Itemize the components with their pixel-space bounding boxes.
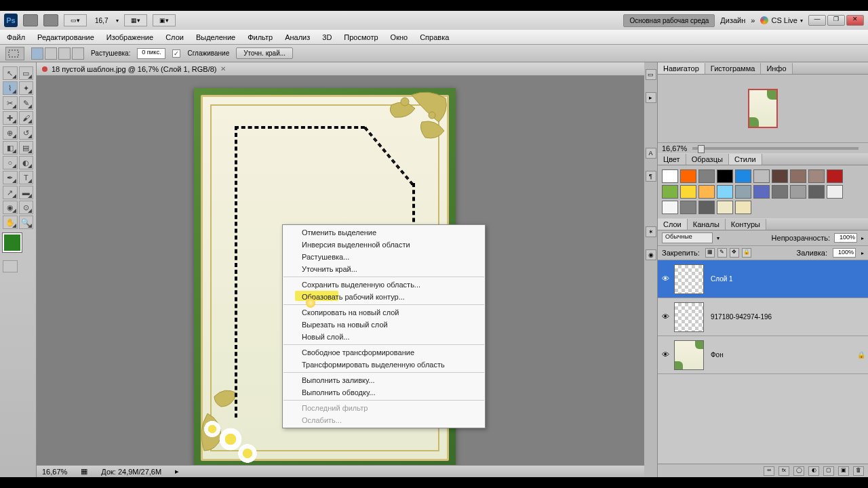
- eyedropper-tool[interactable]: ✎: [19, 96, 34, 110]
- antialias-checkbox[interactable]: ✓: [172, 49, 180, 58]
- style-swatch[interactable]: [662, 169, 678, 183]
- clone-panel-icon[interactable]: ◉: [646, 249, 656, 260]
- path-tool[interactable]: ↗: [3, 186, 18, 199]
- tab-swatches[interactable]: Образцы: [686, 154, 729, 165]
- brush-tool[interactable]: 🖌: [19, 111, 34, 125]
- style-swatch[interactable]: [717, 201, 733, 214]
- 3d-tool[interactable]: ◉: [3, 201, 18, 214]
- blur-tool[interactable]: ○: [3, 156, 18, 169]
- marquee-tool[interactable]: ▭: [19, 66, 34, 80]
- lasso-tool[interactable]: ⌇: [3, 81, 18, 95]
- hand-tool[interactable]: ✋: [3, 216, 18, 229]
- context-menu-item[interactable]: Скопировать на новый слой: [283, 306, 485, 319]
- style-swatch[interactable]: [662, 201, 678, 214]
- style-swatch[interactable]: [753, 185, 770, 199]
- tab-color[interactable]: Цвет: [658, 154, 686, 165]
- style-swatch[interactable]: [753, 169, 770, 183]
- context-menu-item[interactable]: Свободное трансформирование: [283, 346, 485, 359]
- history-panel-icon[interactable]: ▭: [646, 69, 656, 80]
- menu-image[interactable]: Изображение: [106, 33, 153, 41]
- context-menu-item[interactable]: Вырезать на новый слой: [283, 319, 485, 331]
- style-swatch[interactable]: [735, 201, 751, 214]
- navigator-panel[interactable]: [658, 75, 868, 142]
- zoom-display[interactable]: 16,7: [92, 17, 111, 24]
- sel-add-icon[interactable]: [45, 47, 57, 60]
- style-swatch[interactable]: [680, 185, 696, 199]
- tab-histogram[interactable]: Гистограмма: [705, 63, 762, 74]
- pen-tool[interactable]: ✒: [3, 171, 18, 184]
- layer-group-icon[interactable]: ▢: [823, 466, 834, 476]
- mini-bridge-icon[interactable]: [43, 14, 58, 26]
- tab-styles[interactable]: Стили: [729, 154, 762, 165]
- link-layers-icon[interactable]: ∞: [764, 466, 774, 476]
- menu-edit[interactable]: Редактирование: [37, 33, 94, 41]
- document-tab[interactable]: 18 пустой шаблон.jpg @ 16,7% (Слой 1, RG…: [37, 62, 644, 76]
- delete-layer-icon[interactable]: 🗑: [853, 466, 864, 476]
- heal-tool[interactable]: ✚: [3, 111, 18, 125]
- layer-fx-icon[interactable]: fx: [778, 466, 789, 476]
- context-menu-item[interactable]: Новый слой...: [283, 331, 485, 343]
- menu-view[interactable]: Просмотр: [344, 33, 378, 41]
- wand-tool[interactable]: ✦: [19, 81, 34, 95]
- refine-edge-button[interactable]: Уточн. край...: [236, 47, 293, 59]
- visibility-icon[interactable]: 👁: [660, 312, 670, 322]
- camera-tool[interactable]: ⊙: [19, 201, 34, 214]
- menu-3d[interactable]: 3D: [322, 33, 332, 41]
- context-menu-item[interactable]: Растушевка...: [283, 251, 485, 263]
- style-swatch[interactable]: [808, 185, 825, 199]
- layer-row[interactable]: 👁 Фон 🔒: [658, 336, 868, 374]
- visibility-icon[interactable]: 👁: [660, 350, 670, 360]
- style-swatch[interactable]: [772, 169, 788, 183]
- navigator-zoom[interactable]: 16,67%: [662, 144, 687, 152]
- context-menu-item[interactable]: Отменить выделение: [283, 226, 485, 239]
- lock-move-icon[interactable]: ✥: [730, 248, 739, 258]
- close-tab-icon[interactable]: ✕: [220, 65, 226, 73]
- style-swatch[interactable]: [698, 201, 715, 214]
- minimize-button[interactable]: —: [808, 15, 826, 26]
- close-button[interactable]: ✕: [846, 15, 864, 26]
- gradient-tool[interactable]: ▤: [19, 141, 34, 155]
- menu-analysis[interactable]: Анализ: [285, 33, 310, 41]
- style-swatch[interactable]: [790, 169, 806, 183]
- context-menu-item[interactable]: Выполнить обводку...: [283, 386, 485, 399]
- style-swatch[interactable]: [827, 185, 843, 199]
- layer-thumbnail[interactable]: [674, 302, 704, 332]
- layer-name[interactable]: Фон: [708, 351, 853, 359]
- style-swatch[interactable]: [717, 169, 733, 183]
- menu-filter[interactable]: Фильтр: [248, 33, 273, 41]
- style-swatch[interactable]: [735, 169, 751, 183]
- history-brush-tool[interactable]: ↺: [19, 126, 34, 140]
- tab-info[interactable]: Инфо: [761, 63, 792, 74]
- new-layer-icon[interactable]: ▣: [838, 466, 849, 476]
- feather-input[interactable]: 0 пикс.: [137, 48, 165, 59]
- style-swatch[interactable]: [662, 185, 678, 199]
- style-swatch[interactable]: [698, 185, 715, 199]
- lock-paint-icon[interactable]: ✎: [717, 248, 727, 258]
- layer-row[interactable]: 👁 917180-942974-196: [658, 298, 868, 336]
- shape-tool[interactable]: ▬: [19, 186, 34, 199]
- sel-intersect-icon[interactable]: [72, 47, 84, 60]
- context-menu-item[interactable]: Инверсия выделенной области: [283, 239, 485, 251]
- navigator-slider[interactable]: [692, 147, 859, 150]
- layer-row[interactable]: 👁 Слой 1: [658, 260, 868, 298]
- adjustment-layer-icon[interactable]: ◐: [808, 466, 819, 476]
- quickmask-button[interactable]: [3, 260, 18, 272]
- status-doc-size[interactable]: Док: 24,9М/27,6М: [101, 468, 161, 476]
- layer-mask-icon[interactable]: ◯: [793, 466, 804, 476]
- layer-name[interactable]: Слой 1: [708, 275, 865, 283]
- context-menu-item[interactable]: Выполнить заливку...: [283, 374, 485, 386]
- fill-input[interactable]: 100%: [833, 248, 856, 258]
- layer-name[interactable]: 917180-942974-196: [708, 313, 865, 321]
- context-menu-item[interactable]: Уточнить край...: [283, 263, 485, 275]
- style-swatch[interactable]: [680, 169, 696, 183]
- design-workspace-link[interactable]: Дизайн: [720, 16, 745, 24]
- status-zoom[interactable]: 16,67%: [42, 468, 67, 476]
- style-swatch[interactable]: [717, 185, 733, 199]
- blend-mode-select[interactable]: Обычные: [662, 232, 713, 243]
- para-panel-icon[interactable]: ¶: [646, 171, 656, 182]
- screen-mode-dropdown[interactable]: ▣▾: [153, 14, 176, 26]
- tab-paths[interactable]: Контуры: [726, 219, 766, 230]
- arrange-docs-dropdown[interactable]: ▦▾: [124, 14, 147, 26]
- style-swatch[interactable]: [827, 169, 843, 183]
- more-workspaces-icon[interactable]: »: [751, 16, 755, 24]
